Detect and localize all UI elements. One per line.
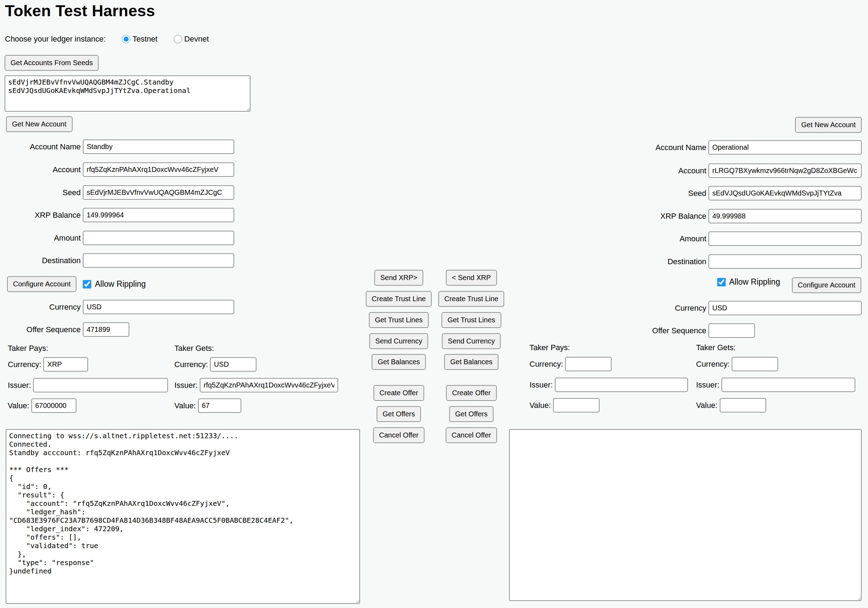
standby-xrp-balance-label: XRP Balance [5, 211, 81, 220]
standby-send-xrp-button[interactable]: Send XRP> [374, 270, 423, 286]
operational-amount-input[interactable] [708, 231, 862, 246]
operational-account-name-input[interactable] [708, 140, 862, 155]
operational-configure-account-button[interactable]: Configure Account [792, 277, 861, 293]
standby-taker-gets-value-label: Value: [174, 401, 196, 410]
devnet-radio-label[interactable]: Devnet [184, 34, 209, 44]
operational-taker-gets-value-label: Value: [696, 401, 718, 410]
standby-destination-label: Destination [5, 256, 81, 265]
operational-taker-gets-currency-input[interactable] [732, 357, 778, 371]
operational-taker-gets-issuer-label: Issuer: [696, 380, 719, 389]
standby-taker-pays-issuer-input[interactable] [33, 378, 168, 392]
operational-get-trust-lines-button[interactable]: Get Trust Lines [442, 312, 501, 328]
operational-taker-gets-value-input[interactable] [720, 398, 766, 413]
standby-create-trust-line-button[interactable]: Create Trust Line [366, 291, 431, 307]
standby-xrp-balance-input[interactable] [83, 208, 234, 222]
page-title: Token Test Harness [5, 0, 155, 22]
operational-offer-sequence-input[interactable] [708, 323, 755, 338]
standby-cancel-offer-button[interactable]: Cancel Offer [373, 427, 425, 443]
standby-amount-input[interactable] [83, 231, 234, 245]
operational-create-trust-line-button[interactable]: Create Trust Line [438, 291, 504, 307]
standby-taker-gets-issuer-input[interactable] [200, 378, 338, 392]
standby-destination-input[interactable] [83, 253, 234, 268]
operational-get-offers-button[interactable]: Get Offers [449, 406, 493, 422]
standby-offer-sequence-label: Offer Sequence [5, 325, 81, 334]
operational-taker-pays-value-label: Value: [530, 401, 551, 410]
standby-taker-pays-value-input[interactable] [31, 399, 76, 413]
standby-account-label: Account [5, 165, 81, 174]
operational-taker-pays-currency-input[interactable] [565, 357, 612, 371]
operational-xrp-balance-input[interactable] [708, 209, 862, 223]
standby-seed-label: Seed [5, 188, 81, 197]
operational-account-input[interactable] [708, 163, 862, 178]
standby-send-currency-button[interactable]: Send Currency [369, 333, 428, 349]
standby-get-offers-button[interactable]: Get Offers [377, 406, 421, 422]
standby-allow-rippling-label: Allow Rippling [95, 279, 146, 289]
operational-amount-label: Amount [631, 234, 706, 244]
operational-get-new-account-button[interactable]: Get New Account [795, 117, 862, 133]
standby-create-offer-button[interactable]: Create Offer [374, 385, 424, 401]
operational-destination-input[interactable] [708, 254, 862, 269]
operational-taker-pays-issuer-input[interactable] [555, 378, 688, 392]
standby-get-new-account-button[interactable]: Get New Account [6, 116, 73, 132]
standby-taker-gets-heading: Taker Gets: [174, 344, 214, 353]
operational-taker-pays-currency-label: Currency: [530, 360, 563, 369]
operational-taker-pays-heading: Taker Pays: [530, 343, 570, 352]
standby-taker-pays-value-label: Value: [8, 401, 29, 410]
operational-taker-gets-heading: Taker Gets: [696, 343, 736, 352]
standby-taker-pays-currency-label: Currency: [8, 360, 41, 369]
operational-xrp-balance-label: XRP Balance [631, 212, 706, 221]
testnet-radio-label[interactable]: Testnet [132, 34, 158, 44]
seeds-textarea[interactable]: sEdVjrMJEBvVfnvVwUQAQGBM4mZJCgC.Standby … [5, 75, 251, 112]
standby-allow-rippling-group: Allow Rippling [83, 279, 146, 289]
standby-amount-label: Amount [5, 234, 81, 243]
standby-get-trust-lines-button[interactable]: Get Trust Lines [369, 312, 429, 328]
standby-taker-pays-currency-input[interactable] [43, 357, 88, 372]
operational-get-balances-button[interactable]: Get Balances [444, 354, 499, 370]
operational-taker-pays-value-input[interactable] [553, 398, 600, 413]
operational-send-currency-button[interactable]: Send Currency [442, 333, 501, 349]
operational-seed-input[interactable] [708, 186, 862, 200]
standby-taker-gets-value-input[interactable] [198, 399, 241, 413]
operational-send-xrp-button[interactable]: < Send XRP [446, 270, 497, 286]
standby-configure-account-button[interactable]: Configure Account [7, 276, 76, 292]
testnet-radio[interactable] [122, 35, 130, 43]
operational-currency-input[interactable] [708, 301, 862, 315]
operational-allow-rippling-checkbox[interactable] [717, 278, 726, 286]
operational-cancel-offer-button[interactable]: Cancel Offer [446, 427, 497, 443]
standby-seed-input[interactable] [83, 185, 234, 200]
standby-account-input[interactable] [83, 162, 234, 177]
devnet-radio[interactable] [174, 35, 182, 43]
operational-destination-label: Destination [631, 257, 706, 266]
standby-account-name-label: Account Name [5, 142, 81, 152]
standby-taker-gets-currency-input[interactable] [210, 357, 256, 372]
standby-get-balances-button[interactable]: Get Balances [372, 354, 426, 370]
operational-account-name-label: Account Name [631, 143, 706, 152]
operational-seed-label: Seed [631, 189, 706, 198]
standby-currency-input[interactable] [83, 300, 234, 314]
operational-taker-gets-currency-label: Currency: [696, 360, 730, 369]
operational-account-label: Account [631, 166, 706, 175]
get-accounts-from-seeds-button[interactable]: Get Accounts From Seeds [5, 55, 99, 71]
ledger-chooser: Choose your ledger instance: Testnet Dev… [5, 33, 209, 45]
operational-offer-sequence-label: Offer Sequence [631, 326, 706, 335]
standby-account-name-input[interactable] [83, 140, 234, 154]
operational-taker-pays-issuer-label: Issuer: [530, 380, 553, 389]
operational-currency-label: Currency [631, 304, 706, 313]
token-test-harness-page: Token Test Harness Choose your ledger in… [0, 0, 868, 608]
standby-taker-pays-issuer-label: Issuer: [8, 381, 31, 390]
standby-currency-label: Currency [5, 302, 81, 312]
operational-taker-gets-issuer-input[interactable] [721, 378, 855, 392]
operational-create-offer-button[interactable]: Create Offer [446, 385, 497, 401]
standby-results-textarea[interactable]: Connecting to wss://s.altnet.rippletest.… [6, 429, 360, 604]
standby-offer-sequence-input[interactable] [83, 322, 129, 337]
operational-allow-rippling-label: Allow Rippling [729, 277, 780, 287]
standby-taker-pays-heading: Taker Pays: [8, 344, 48, 353]
standby-taker-gets-issuer-label: Issuer: [174, 381, 198, 390]
ledger-instance-label: Choose your ledger instance: [5, 34, 106, 44]
operational-results-textarea[interactable] [509, 429, 862, 601]
standby-taker-gets-currency-label: Currency: [174, 360, 208, 369]
standby-allow-rippling-checkbox[interactable] [83, 280, 91, 288]
